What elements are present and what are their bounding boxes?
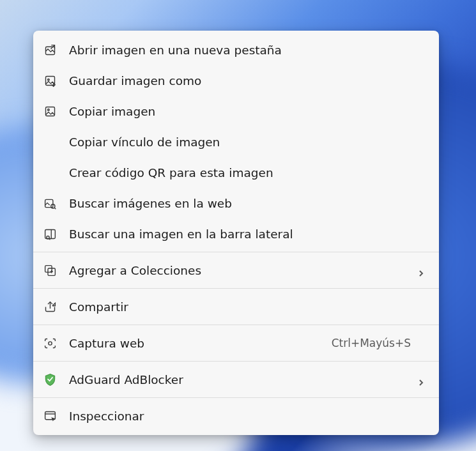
menu-separator bbox=[33, 252, 439, 252]
web-capture-icon bbox=[43, 337, 69, 350]
menu-item-label: Crear código QR para esta imagen bbox=[69, 166, 429, 180]
collections-icon bbox=[43, 264, 69, 277]
menu-item-label: Copiar imagen bbox=[69, 105, 429, 118]
svg-point-2 bbox=[48, 79, 50, 80]
menu-item-open-image-new-tab[interactable]: Abrir imagen en una nueva pestaña bbox=[33, 34, 439, 65]
menu-item-label: Compartir bbox=[69, 300, 429, 314]
menu-item-adguard-adblocker[interactable]: AdGuard AdBlocker bbox=[33, 364, 439, 395]
menu-item-copy-image[interactable]: Copiar imagen bbox=[33, 96, 439, 126]
menu-item-label: Abrir imagen en una nueva pestaña bbox=[69, 43, 429, 57]
svg-point-4 bbox=[48, 109, 50, 111]
menu-item-save-image-as[interactable]: Guardar imagen como bbox=[33, 65, 439, 96]
search-sidebar-icon bbox=[43, 227, 69, 241]
menu-item-search-image-sidebar[interactable]: Buscar una imagen en la barra lateral bbox=[33, 218, 439, 249]
menu-item-web-capture[interactable]: Captura web Ctrl+Mayús+S bbox=[33, 328, 439, 358]
menu-item-add-to-collections[interactable]: Agregar a Colecciones bbox=[33, 255, 439, 286]
menu-item-shortcut: Ctrl+Mayús+S bbox=[332, 337, 411, 349]
menu-separator bbox=[33, 325, 439, 325]
save-image-icon bbox=[43, 74, 69, 88]
inspect-icon bbox=[43, 409, 69, 423]
search-web-icon bbox=[43, 197, 69, 210]
svg-point-11 bbox=[49, 341, 52, 344]
menu-item-label: Buscar una imagen en la barra lateral bbox=[69, 227, 429, 241]
menu-item-label: Guardar imagen como bbox=[69, 74, 429, 88]
menu-item-inspect[interactable]: Inspeccionar bbox=[33, 401, 439, 431]
svg-point-8 bbox=[47, 236, 49, 238]
copy-image-icon bbox=[43, 105, 69, 118]
menu-item-label: Buscar imágenes en la web bbox=[69, 197, 429, 210]
menu-item-label: Agregar a Colecciones bbox=[69, 264, 429, 277]
chevron-right-icon bbox=[417, 266, 425, 274]
adguard-icon bbox=[43, 373, 69, 386]
menu-item-label: Inspeccionar bbox=[69, 409, 429, 423]
share-icon bbox=[43, 300, 69, 314]
menu-separator bbox=[33, 361, 439, 362]
menu-item-search-images-web[interactable]: Buscar imágenes en la web bbox=[33, 188, 439, 218]
menu-item-share[interactable]: Compartir bbox=[33, 291, 439, 322]
menu-item-copy-image-link[interactable]: Copiar vínculo de imagen bbox=[33, 126, 439, 157]
menu-separator bbox=[33, 397, 439, 398]
svg-rect-3 bbox=[46, 107, 55, 116]
chevron-right-icon bbox=[417, 376, 425, 383]
menu-item-label: Copiar vínculo de imagen bbox=[69, 135, 429, 149]
menu-separator bbox=[33, 288, 439, 289]
context-menu: Abrir imagen en una nueva pestaña Guarda… bbox=[33, 31, 439, 435]
menu-item-create-qr-code[interactable]: Crear código QR para esta imagen bbox=[33, 157, 439, 188]
menu-item-label: AdGuard AdBlocker bbox=[69, 373, 429, 386]
menu-item-label: Captura web bbox=[69, 337, 332, 350]
open-image-icon bbox=[43, 43, 69, 57]
